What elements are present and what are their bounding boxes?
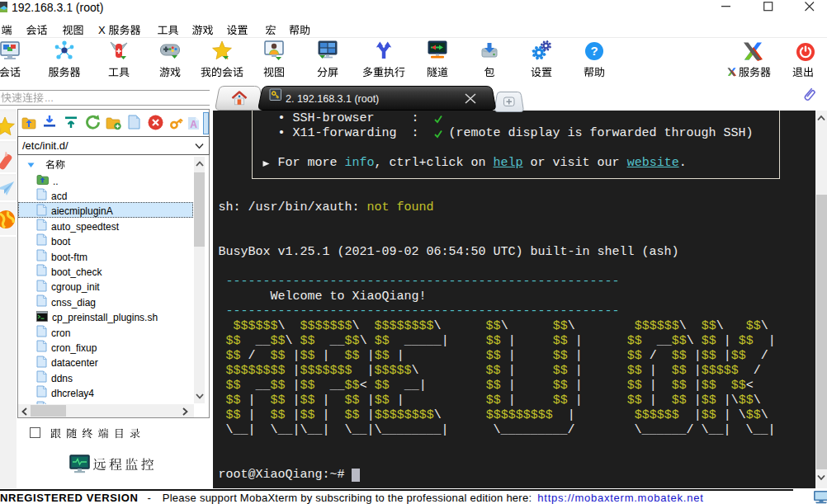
svg-text:?: ? [590, 44, 598, 58]
svg-text:A: A [190, 119, 197, 130]
svg-text:2. 192.168.3.1 (root): 2. 192.168.3.1 (root) [286, 93, 379, 105]
